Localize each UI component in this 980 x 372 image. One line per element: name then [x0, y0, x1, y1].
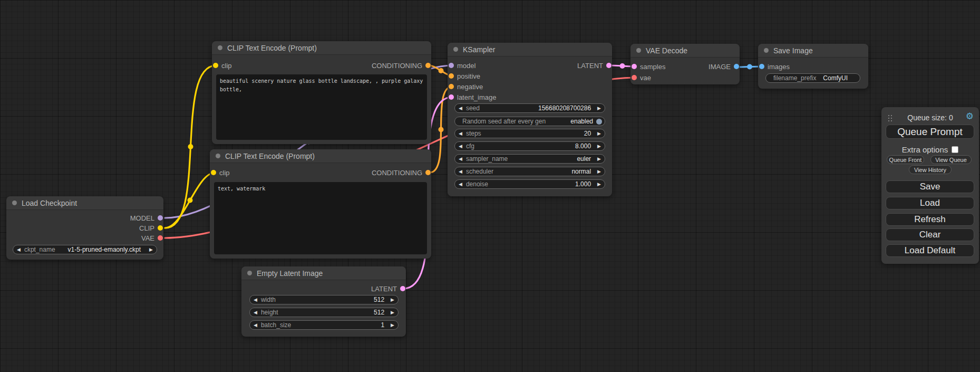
input-slot-latent-image[interactable]: latent_image — [449, 92, 496, 102]
filename-prefix-widget[interactable]: filename_prefix ComfyUI — [765, 73, 860, 83]
node-title-bar[interactable]: Load Checkpoint — [6, 196, 163, 210]
vae-port-dot[interactable] — [158, 235, 163, 241]
node-collapse-dot[interactable] — [12, 201, 17, 205]
latent-port-dot[interactable] — [400, 286, 405, 291]
conditioning-port-dot[interactable] — [425, 170, 431, 175]
node-load-checkpoint[interactable]: Load Checkpoint MODEL CLIP VAE ◀ ckpt_na… — [6, 196, 163, 260]
load-button[interactable]: Load — [886, 197, 974, 209]
clip-port-dot[interactable] — [158, 225, 163, 231]
node-title-bar[interactable]: KSampler — [448, 43, 612, 56]
next-arrow-icon[interactable]: ▶ — [597, 106, 601, 111]
model-port-dot[interactable] — [158, 215, 163, 221]
output-slot-model[interactable]: MODEL — [130, 213, 163, 223]
node-collapse-dot[interactable] — [636, 48, 641, 53]
steps-widget[interactable]: ◀ steps 20 ▶ — [454, 129, 605, 138]
input-slot-clip[interactable]: clip — [213, 61, 232, 70]
input-slot-vae[interactable]: vae — [632, 73, 651, 82]
output-slot-conditioning[interactable]: CONDITIONING — [372, 168, 431, 177]
node-collapse-dot[interactable] — [764, 48, 769, 53]
view-history-button[interactable]: View History — [909, 165, 952, 174]
conditioning-port-dot[interactable] — [449, 73, 454, 79]
output-slot-clip[interactable]: CLIP — [139, 223, 163, 233]
settings-gear-icon[interactable]: ⚙ — [966, 112, 974, 121]
ckpt-name-widget[interactable]: ◀ ckpt_name v1-5-pruned-emaonly.ckpt ▶ — [13, 245, 157, 254]
clip-port-dot[interactable] — [211, 170, 216, 175]
batch-size-widget[interactable]: ◀ batch_size 1 ▶ — [249, 320, 399, 330]
input-slot-negative[interactable]: negative — [449, 82, 483, 91]
latent-port-dot[interactable] — [606, 63, 612, 68]
next-arrow-icon[interactable]: ▶ — [597, 131, 601, 136]
node-collapse-dot[interactable] — [218, 45, 222, 50]
latent-port-dot[interactable] — [449, 94, 454, 100]
next-arrow-icon[interactable]: ▶ — [391, 298, 394, 302]
queue-front-button[interactable]: Queue Front — [887, 155, 924, 164]
save-button[interactable]: Save — [886, 180, 974, 193]
next-arrow-icon[interactable]: ▶ — [391, 323, 394, 328]
next-arrow-icon[interactable]: ▶ — [597, 182, 601, 187]
latent-port-dot[interactable] — [632, 64, 637, 69]
queue-prompt-button[interactable]: Queue Prompt — [886, 125, 974, 139]
node-title-bar[interactable]: CLIP Text Encode (Prompt) — [212, 41, 431, 55]
node-ksampler[interactable]: KSampler model positive negative latent_… — [448, 43, 612, 196]
output-slot-conditioning[interactable]: CONDITIONING — [372, 61, 431, 70]
conditioning-port-dot[interactable] — [449, 84, 454, 89]
output-slot-latent[interactable]: LATENT — [577, 61, 612, 70]
denoise-widget[interactable]: ◀ denoise 1.000 ▶ — [454, 179, 605, 189]
clear-button[interactable]: Clear — [886, 228, 974, 241]
prev-arrow-icon[interactable]: ◀ — [17, 247, 21, 252]
prev-arrow-icon[interactable]: ◀ — [254, 323, 257, 328]
prev-arrow-icon[interactable]: ◀ — [459, 169, 462, 174]
output-slot-latent[interactable]: LATENT — [371, 284, 405, 293]
prev-arrow-icon[interactable]: ◀ — [459, 157, 462, 161]
next-arrow-icon[interactable]: ▶ — [597, 169, 601, 174]
output-slot-image[interactable]: IMAGE — [709, 62, 739, 71]
seed-widget[interactable]: ◀ seed 156680208700286 ▶ — [454, 103, 605, 113]
prev-arrow-icon[interactable]: ◀ — [254, 298, 257, 302]
input-slot-samples[interactable]: samples — [632, 62, 665, 71]
sampler-name-widget[interactable]: ◀ sampler_name euler ▶ — [454, 154, 605, 164]
prev-arrow-icon[interactable]: ◀ — [459, 106, 462, 111]
image-port-dot[interactable] — [734, 64, 739, 69]
node-clip-text-encode-positive[interactable]: CLIP Text Encode (Prompt) clip CONDITION… — [212, 41, 431, 144]
node-collapse-dot[interactable] — [247, 271, 252, 275]
node-title-bar[interactable]: Empty Latent Image — [241, 266, 406, 280]
input-slot-images[interactable]: images — [759, 62, 790, 71]
next-arrow-icon[interactable]: ▶ — [391, 310, 394, 315]
node-empty-latent-image[interactable]: Empty Latent Image LATENT ◀ width 512 ▶ … — [241, 266, 406, 337]
conditioning-port-dot[interactable] — [425, 63, 431, 68]
prev-arrow-icon[interactable]: ◀ — [254, 310, 257, 315]
scheduler-widget[interactable]: ◀ scheduler normal ▶ — [454, 167, 605, 176]
clip-port-dot[interactable] — [213, 63, 218, 68]
negative-prompt-textarea[interactable]: text, watermark — [214, 182, 427, 254]
node-clip-text-encode-negative[interactable]: CLIP Text Encode (Prompt) clip CONDITION… — [210, 149, 431, 259]
next-arrow-icon[interactable]: ▶ — [149, 247, 153, 252]
next-arrow-icon[interactable]: ▶ — [597, 157, 601, 161]
model-port-dot[interactable] — [449, 63, 454, 68]
extra-options-checkbox[interactable] — [952, 146, 958, 153]
positive-prompt-textarea[interactable]: beautiful scenery nature glass bottle la… — [216, 74, 427, 140]
node-title-bar[interactable]: CLIP Text Encode (Prompt) — [210, 149, 431, 163]
input-slot-positive[interactable]: positive — [449, 71, 480, 81]
load-default-button[interactable]: Load Default — [886, 244, 974, 257]
input-slot-model[interactable]: model — [449, 61, 476, 70]
height-widget[interactable]: ◀ height 512 ▶ — [249, 308, 399, 317]
vae-port-dot[interactable] — [632, 75, 637, 80]
node-collapse-dot[interactable] — [216, 154, 220, 158]
node-vae-decode[interactable]: VAE Decode samples vae IMAGE — [630, 44, 740, 84]
random-seed-toggle-widget[interactable]: Random seed after every gen enabled — [454, 117, 605, 126]
prev-arrow-icon[interactable]: ◀ — [459, 182, 462, 187]
node-title-bar[interactable]: VAE Decode — [630, 44, 740, 58]
width-widget[interactable]: ◀ width 512 ▶ — [249, 295, 399, 304]
prev-arrow-icon[interactable]: ◀ — [459, 131, 462, 136]
comfyui-canvas[interactable]: { "colors": { "model": "#B39DDB", "clip"… — [0, 0, 980, 372]
prev-arrow-icon[interactable]: ◀ — [459, 144, 462, 149]
input-slot-clip[interactable]: clip — [211, 168, 230, 177]
next-arrow-icon[interactable]: ▶ — [597, 144, 601, 149]
output-slot-vae[interactable]: VAE — [141, 233, 163, 243]
refresh-button[interactable]: Refresh — [886, 213, 974, 226]
node-collapse-dot[interactable] — [453, 47, 458, 52]
node-save-image[interactable]: Save Image images filename_prefix ComfyU… — [758, 44, 868, 89]
view-queue-button[interactable]: View Queue — [930, 155, 972, 164]
cfg-widget[interactable]: ◀ cfg 8.000 ▶ — [454, 141, 605, 151]
image-port-dot[interactable] — [759, 64, 764, 69]
